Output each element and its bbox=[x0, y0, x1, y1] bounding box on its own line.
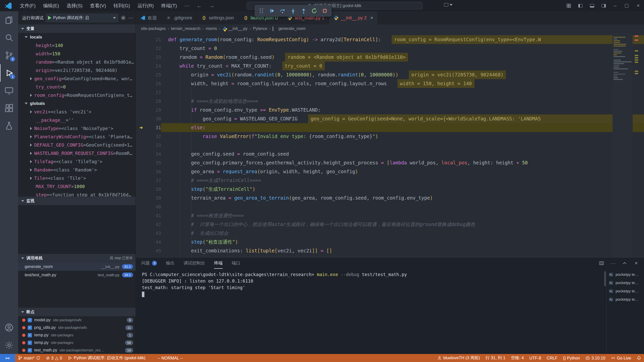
gutter-glyph[interactable] bbox=[136, 132, 147, 141]
gutter-glyph[interactable] bbox=[136, 229, 147, 238]
restart-button[interactable] bbox=[310, 6, 319, 15]
gutter-glyph[interactable] bbox=[136, 211, 147, 220]
activity-files[interactable] bbox=[0, 11, 18, 29]
tab-欢迎[interactable]: 欢迎 bbox=[136, 11, 162, 24]
variable-row[interactable]: geo_config = GeoConfig(seed=None, wor… bbox=[18, 74, 136, 83]
overview-ruler[interactable] bbox=[633, 33, 644, 257]
gutter-glyph[interactable] bbox=[136, 167, 147, 176]
gutter-glyph[interactable] bbox=[136, 53, 147, 62]
statusbar-encoding[interactable]: UTF-8 bbox=[527, 354, 544, 362]
panel-tab-问题[interactable]: 问题3 bbox=[141, 257, 157, 269]
statusbar-vim-mode[interactable]: -- NORMAL -- bbox=[155, 354, 186, 362]
breakpoint-row[interactable]: ✓temp.pysite-packages1 bbox=[18, 331, 136, 339]
gutter-glyph[interactable] bbox=[136, 79, 147, 88]
statusbar-python-version[interactable]: 3.10.10 bbox=[583, 354, 608, 362]
gutter-glyph[interactable] bbox=[136, 62, 147, 70]
close-panel-icon[interactable]: × bbox=[632, 259, 640, 267]
statusbar-branch[interactable]: main* bbox=[15, 354, 43, 362]
variable-row[interactable]: TileTag = <class 'TileTag'> bbox=[18, 157, 136, 166]
minimap[interactable] bbox=[613, 33, 633, 257]
breakpoint-row[interactable]: ✓png_utils.pysite-packages\wfc11 bbox=[18, 324, 136, 331]
toggle-panel-icon[interactable] bbox=[586, 0, 598, 11]
gutter-glyph[interactable] bbox=[136, 106, 147, 114]
variable-row[interactable]: MAX_TRY_COUNT = 1000 bbox=[18, 182, 136, 191]
variable-row[interactable]: step = <function step at 0x1bf8d716d… bbox=[18, 191, 136, 197]
panel-tab-输出[interactable]: 输出 bbox=[166, 257, 175, 269]
breadcrumb-item[interactable]: site-packages bbox=[141, 26, 166, 31]
terminal-scrollbar[interactable] bbox=[604, 271, 606, 286]
statusbar-indentation[interactable]: 空格: 4 bbox=[508, 354, 527, 362]
close-window-button[interactable]: × bbox=[632, 0, 644, 11]
stack-frame[interactable]: generate_room__init__.py31:1 bbox=[18, 262, 136, 271]
gutter-glyph[interactable] bbox=[136, 202, 147, 211]
variable-row[interactable]: NoiseType = <class 'NoiseType'> bbox=[18, 124, 136, 132]
panel-views-icon[interactable] bbox=[598, 259, 605, 267]
menu-item-查看(V)[interactable]: 查看(V) bbox=[86, 0, 110, 11]
debug-settings-gear-icon[interactable] bbox=[120, 15, 126, 21]
gutter-glyph[interactable] bbox=[136, 88, 147, 97]
minimize-button[interactable]: – bbox=[609, 0, 621, 11]
terminal-instance[interactable]: pocketpy te… bbox=[607, 279, 644, 287]
tab-__init__.py[interactable]: __init__.py 2× bbox=[329, 11, 378, 24]
step-into-button[interactable] bbox=[289, 6, 298, 15]
callstack-section-header[interactable]: 调用堆栈 因 step 已暂停 bbox=[18, 254, 136, 262]
statusbar-language-mode[interactable]: {} Python bbox=[560, 354, 583, 362]
variable-row[interactable]: PlanetaryWindConfig = <class 'Planeta… bbox=[18, 132, 136, 141]
statusbar-notifications[interactable] bbox=[634, 354, 644, 362]
breakpoint-row[interactable]: ✓test_math.pysite-packages\terrain_res…1… bbox=[18, 346, 136, 354]
scope-row-globals[interactable]: globals bbox=[18, 99, 136, 108]
terminal-output[interactable]: PS C:\computer_science\godot-ldtk\site-p… bbox=[142, 271, 604, 351]
activity-remote-explorer[interactable] bbox=[0, 82, 18, 99]
menu-item-终端(T)[interactable]: 终端(T) bbox=[157, 0, 181, 11]
current-line-arrow-icon[interactable] bbox=[136, 123, 147, 132]
step-over-button[interactable] bbox=[278, 6, 287, 15]
gutter-glyph[interactable] bbox=[136, 33, 147, 35]
variable-row[interactable]: room_config = RoomRequestConfig(env_t… bbox=[18, 91, 136, 99]
drag-handle-button[interactable] bbox=[257, 6, 266, 15]
tab-.gdignore[interactable]: ≡.gdignore bbox=[162, 11, 197, 24]
breadcrumb-item[interactable]: Pylance bbox=[253, 26, 267, 31]
statusbar-remote-indicator[interactable]: >< bbox=[0, 354, 15, 362]
activity-search[interactable] bbox=[0, 29, 18, 47]
menu-item-选择(S)[interactable]: 选择(S) bbox=[63, 0, 86, 11]
variable-row[interactable]: try_count = 0 bbox=[18, 83, 136, 91]
statusbar-problems[interactable]: ⊘3△0 bbox=[43, 354, 65, 362]
gutter-glyph[interactable] bbox=[136, 97, 147, 106]
stack-frame[interactable]: test/test_math.pytest_math.py16:1 bbox=[18, 271, 136, 279]
menu-item-文件(F)[interactable]: 文件(F) bbox=[16, 0, 39, 11]
activity-run-debug[interactable]: 1 bbox=[0, 64, 18, 82]
breakpoint-checkbox[interactable]: ✓ bbox=[28, 348, 32, 352]
variable-row[interactable]: __package__ = '' bbox=[18, 116, 136, 124]
menu-item-转到(G)[interactable]: 转到(G) bbox=[110, 0, 134, 11]
activity-extensions[interactable] bbox=[0, 99, 18, 117]
gutter-glyph[interactable] bbox=[136, 150, 147, 158]
panel-tab-端口[interactable]: 端口 bbox=[232, 257, 240, 269]
variable-row[interactable]: WASTELAND_ROOM_REQUEST_CONFIG = RoomR… bbox=[18, 149, 136, 157]
debug-config-dropdown[interactable]: Python 调试程序: 启 bbox=[46, 14, 118, 22]
statusbar-cursor-position[interactable]: 行 31, 列 1 bbox=[483, 354, 508, 362]
maximize-panel-icon[interactable] bbox=[621, 259, 628, 267]
breadcrumb-item[interactable]: terrain_research bbox=[171, 26, 200, 31]
menu-item-编辑(E)[interactable]: 编辑(E) bbox=[39, 0, 63, 11]
customize-layout-icon[interactable] bbox=[563, 0, 575, 11]
tab-settings.json[interactable]: {}settings.json bbox=[197, 11, 239, 24]
breadcrumb-item[interactable]: __init__.py bbox=[222, 26, 248, 31]
activity-settings[interactable] bbox=[0, 336, 18, 354]
gutter-glyph[interactable] bbox=[136, 44, 147, 53]
stop-button[interactable] bbox=[320, 6, 329, 15]
scope-row-locals[interactable]: locals bbox=[18, 33, 136, 41]
back-icon[interactable]: ← bbox=[193, 3, 206, 9]
gutter-glyph[interactable] bbox=[136, 194, 147, 202]
gutter-glyph[interactable] bbox=[136, 114, 147, 123]
variable-row[interactable]: width = 150 bbox=[18, 50, 136, 58]
gutter-glyph[interactable] bbox=[136, 185, 147, 194]
menu-item-运行(R)[interactable]: 运行(R) bbox=[134, 0, 157, 11]
activity-testing[interactable] bbox=[0, 117, 18, 134]
more-icon[interactable]: ··· bbox=[609, 259, 617, 267]
gutter-glyph[interactable] bbox=[136, 141, 147, 150]
menu-overflow[interactable]: ··· bbox=[181, 0, 193, 11]
terminal-instance[interactable]: pocketpy te… bbox=[607, 295, 644, 303]
panel-tab-调试控制台[interactable]: 调试控制台 bbox=[184, 257, 205, 269]
watch-section-header[interactable]: 监视 bbox=[18, 197, 136, 205]
breakpoint-checkbox[interactable]: ✓ bbox=[28, 341, 32, 345]
